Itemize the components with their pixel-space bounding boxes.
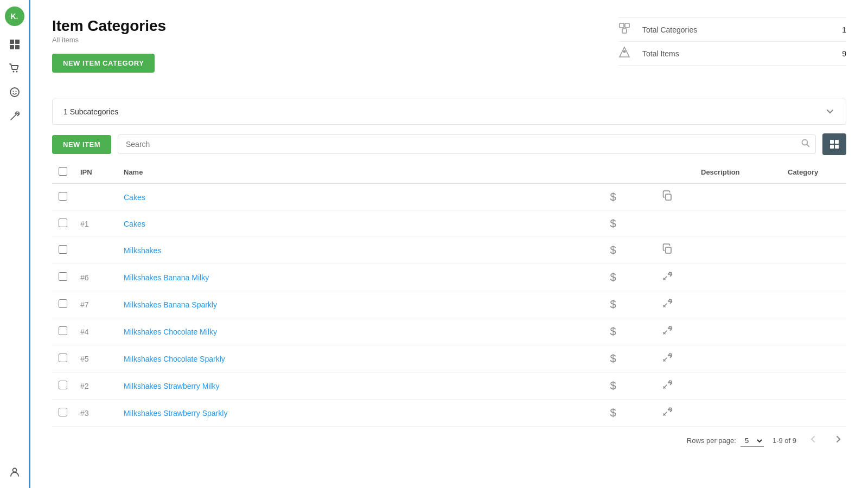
- row-pricing-icon[interactable]: $: [586, 345, 640, 373]
- row-name-link[interactable]: Milkshakes Banana Milky: [124, 273, 209, 282]
- row-pricing-icon[interactable]: $: [586, 318, 640, 345]
- row-tools-icon[interactable]: [640, 373, 694, 400]
- row-copy-icon[interactable]: [640, 183, 694, 211]
- row-name-link[interactable]: Milkshakes Strawberry Milky: [124, 382, 220, 390]
- svg-rect-17: [835, 140, 839, 144]
- row-tools-icon[interactable]: [640, 318, 694, 345]
- wrench-icon[interactable]: [662, 300, 673, 311]
- row-name-link[interactable]: Cakes: [124, 193, 145, 202]
- row-ipn: #5: [74, 345, 117, 373]
- dollar-icon[interactable]: $: [610, 217, 616, 229]
- user-avatar[interactable]: K.: [5, 7, 24, 26]
- svg-rect-16: [830, 140, 834, 144]
- dollar-icon[interactable]: $: [610, 191, 616, 203]
- row-checkbox[interactable]: [59, 219, 67, 227]
- row-pricing-icon[interactable]: $: [586, 291, 640, 318]
- dollar-icon[interactable]: $: [610, 380, 616, 391]
- svg-point-8: [15, 91, 16, 92]
- categories-stat-value: 1: [842, 25, 846, 34]
- svg-point-4: [12, 71, 14, 73]
- row-tools-icon[interactable]: [640, 291, 694, 318]
- dollar-icon[interactable]: $: [610, 244, 616, 256]
- row-name-link[interactable]: Milkshakes Chocolate Milky: [124, 328, 217, 336]
- row-name-link[interactable]: Cakes: [124, 220, 145, 228]
- row-pricing-icon[interactable]: $: [586, 400, 640, 427]
- row-category: [781, 345, 846, 373]
- row-pricing-icon[interactable]: $: [586, 183, 640, 211]
- row-pricing-icon[interactable]: $: [586, 373, 640, 400]
- row-category: [781, 264, 846, 291]
- search-icon[interactable]: [801, 138, 810, 150]
- row-name-link[interactable]: Milkshakes Banana Sparkly: [124, 300, 217, 309]
- chevron-right-icon: [833, 434, 843, 444]
- row-pricing-icon[interactable]: $: [586, 211, 640, 237]
- row-copy-icon[interactable]: [640, 237, 694, 264]
- sidebar-item-account[interactable]: [5, 462, 24, 481]
- new-item-button[interactable]: NEW ITEM: [52, 135, 111, 154]
- sidebar-item-dashboard[interactable]: [5, 35, 24, 54]
- sidebar: K.: [0, 0, 30, 488]
- row-tools-icon[interactable]: [640, 264, 694, 291]
- next-page-button[interactable]: [830, 433, 846, 448]
- row-name-link[interactable]: Milkshakes: [124, 246, 161, 255]
- wrench-icon[interactable]: [662, 327, 673, 338]
- subcategories-label: 1 Subcategories: [63, 107, 118, 116]
- row-description: [694, 318, 781, 345]
- row-checkbox[interactable]: [59, 299, 67, 308]
- row-checkbox[interactable]: [59, 245, 67, 254]
- row-category: [781, 183, 846, 211]
- sidebar-item-tools[interactable]: [5, 106, 24, 126]
- tools-icon: [9, 110, 21, 122]
- dollar-icon[interactable]: $: [610, 271, 616, 283]
- wrench-icon[interactable]: [662, 273, 673, 284]
- dollar-icon[interactable]: $: [610, 298, 616, 310]
- row-tools-icon[interactable]: [640, 400, 694, 427]
- stats-section: Total Categories 1 Total Items 9: [618, 17, 846, 66]
- new-item-category-button[interactable]: NEW ITEM CATEGORY: [52, 54, 155, 73]
- row-checkbox[interactable]: [59, 381, 67, 389]
- sidebar-item-face[interactable]: [5, 82, 24, 102]
- row-name-link[interactable]: Milkshakes Chocolate Sparkly: [124, 355, 225, 363]
- search-input[interactable]: [118, 134, 816, 154]
- row-pricing-icon[interactable]: $: [586, 264, 640, 291]
- chevron-left-icon: [808, 434, 818, 444]
- stat-row-categories: Total Categories 1: [618, 17, 846, 42]
- row-ipn: #3: [74, 400, 117, 427]
- rows-per-page-select[interactable]: 5 10 25 50: [741, 435, 764, 447]
- row-checkbox[interactable]: [59, 272, 67, 281]
- stat-row-items: Total Items 9: [618, 42, 846, 66]
- sidebar-item-orders[interactable]: [5, 59, 24, 78]
- row-name-link[interactable]: Milkshakes Strawberry Sparkly: [124, 409, 227, 418]
- page-title-section: Item Categories All items NEW ITEM CATEG…: [52, 17, 166, 86]
- row-checkbox[interactable]: [59, 354, 67, 362]
- view-toggle-button[interactable]: [822, 133, 846, 155]
- row-checkbox[interactable]: [59, 408, 67, 416]
- copy-icon[interactable]: [662, 246, 673, 256]
- wrench-icon[interactable]: [662, 408, 673, 419]
- wrench-icon[interactable]: [662, 381, 673, 392]
- page-title: Item Categories: [52, 17, 166, 35]
- items-stat-label: Total Items: [642, 49, 833, 58]
- subcategories-dropdown[interactable]: 1 Subcategories: [52, 99, 846, 125]
- items-toolbar: NEW ITEM: [52, 133, 846, 155]
- prev-page-button[interactable]: [805, 433, 821, 448]
- dollar-icon[interactable]: $: [610, 325, 616, 337]
- row-checkbox[interactable]: [59, 326, 67, 335]
- copy-icon[interactable]: [662, 192, 673, 203]
- table-row: Milkshakes$: [52, 237, 846, 264]
- row-checkbox[interactable]: [59, 192, 67, 201]
- row-category: [781, 211, 846, 237]
- row-tools-icon[interactable]: [640, 345, 694, 373]
- row-description: [694, 291, 781, 318]
- page-subtitle: All items: [52, 36, 166, 44]
- table-row: #7Milkshakes Banana Sparkly$: [52, 291, 846, 318]
- row-ipn: #2: [74, 373, 117, 400]
- search-wrapper: [118, 134, 816, 154]
- dollar-icon[interactable]: $: [610, 352, 616, 364]
- table-row: #2Milkshakes Strawberry Milky$: [52, 373, 846, 400]
- row-pricing-icon[interactable]: $: [586, 237, 640, 264]
- select-all-checkbox[interactable]: [59, 167, 67, 176]
- wrench-icon[interactable]: [662, 354, 673, 365]
- dollar-icon[interactable]: $: [610, 407, 616, 419]
- row-description: [694, 345, 781, 373]
